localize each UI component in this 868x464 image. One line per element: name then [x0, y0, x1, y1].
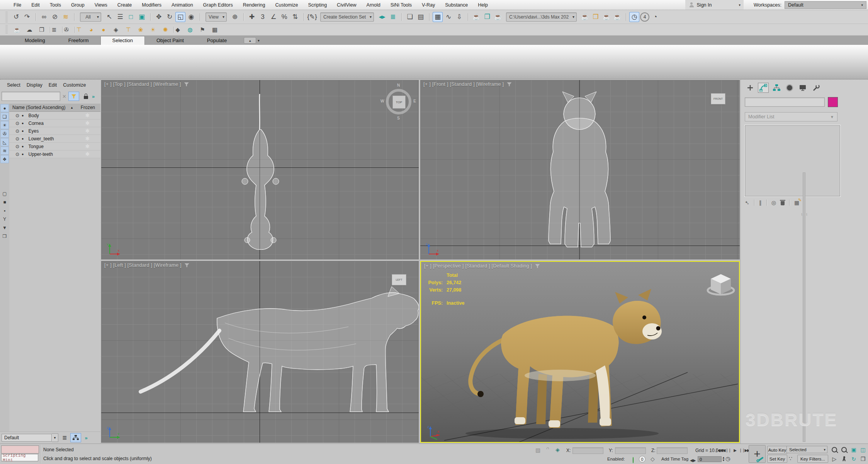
plane-light-icon[interactable]: ⊤: [74, 26, 83, 34]
undo-history-badge[interactable]: 4: [640, 12, 649, 22]
schematic-view-icon[interactable]: ⇩: [454, 12, 464, 22]
display-tab[interactable]: [797, 83, 808, 93]
list-header[interactable]: Name (Sorted Ascending) ▲ Frozen: [9, 104, 100, 112]
viewcube-compass[interactable]: TOP NE SW: [381, 84, 416, 119]
show-end-result-icon[interactable]: ∥: [759, 200, 762, 206]
funnel-icon[interactable]: [184, 82, 189, 86]
project-folder-dropdown[interactable]: C:\Users\davi...\3ds Max 202: [506, 12, 577, 22]
explorer-menu-item[interactable]: Customize: [60, 82, 89, 88]
menu-item[interactable]: Customize: [270, 0, 303, 10]
align-icon[interactable]: ≣: [388, 12, 398, 22]
workspace-dropdown[interactable]: Default ▾: [785, 1, 866, 9]
viewcube-face[interactable]: TOP: [392, 96, 406, 109]
rendered-frame-window-icon[interactable]: ❐: [482, 12, 492, 22]
curve-editor-icon[interactable]: ∿: [443, 12, 454, 22]
time-configuration-icon[interactable]: ◷: [725, 455, 730, 462]
zoom-all-icon[interactable]: [839, 445, 849, 454]
make-unique-icon[interactable]: ◎: [771, 200, 776, 206]
autosave-clock-icon[interactable]: ◷: [629, 12, 639, 22]
motion-tab[interactable]: [784, 83, 795, 93]
filter-bones-icon[interactable]: ▢: [0, 189, 9, 198]
play-button[interactable]: ▶: [731, 446, 739, 454]
frame-spinner[interactable]: ▲▼: [722, 456, 725, 462]
Modeling[interactable]: Modeling: [13, 36, 57, 45]
filter-helpers-icon[interactable]: ◺: [0, 138, 9, 146]
set-keys-button[interactable]: +: [749, 445, 766, 463]
transform-gizmo-icon[interactable]: ◈: [555, 447, 560, 453]
frozen-snowflake-icon[interactable]: ✻: [85, 151, 90, 157]
utilities-tab[interactable]: [810, 83, 821, 93]
frozen-snowflake-icon[interactable]: ✻: [85, 143, 90, 149]
use-pivot-point-icon[interactable]: ⊕: [230, 12, 240, 22]
auto-key-button[interactable]: Auto Key: [767, 446, 787, 454]
Freeform[interactable]: Freeform: [57, 36, 100, 45]
funnel-icon[interactable]: [185, 263, 189, 267]
render-setup-icon[interactable]: ☕: [471, 12, 481, 22]
select-and-link-icon[interactable]: ∞: [39, 12, 49, 22]
angle-snap-icon[interactable]: ∠: [268, 12, 279, 22]
funnel-icon[interactable]: [507, 82, 511, 86]
scripting-mini-box[interactable]: Scripting Mini: [1, 454, 38, 461]
z-coordinate-field[interactable]: [657, 447, 688, 454]
menu-item[interactable]: File: [8, 0, 26, 10]
menu-item[interactable]: Modifiers: [137, 0, 166, 10]
select-and-manipulate-icon[interactable]: ✚: [247, 12, 257, 22]
filter-lights-icon[interactable]: ☀: [0, 121, 9, 129]
pin-stack-icon[interactable]: ➴: [745, 200, 749, 206]
frozen-column-header[interactable]: Frozen: [81, 105, 95, 110]
ies-light-icon[interactable]: ⊤: [124, 26, 133, 34]
go-to-start-button[interactable]: ❘◀◀: [715, 446, 723, 454]
explorer-menu-item[interactable]: Select: [4, 82, 24, 88]
field-of-view-icon[interactable]: ▷: [830, 454, 839, 463]
object-list-row[interactable]: ⊙ ● Eyes ✻: [9, 127, 100, 135]
camera-icon[interactable]: ✇: [62, 26, 71, 34]
isolate-selection-icon[interactable]: ▧: [535, 447, 540, 453]
viewport-left[interactable]: [+ ] [Left ] [Standard ] [Wireframe ] LE…: [101, 261, 419, 443]
lock-explorer-button[interactable]: [81, 92, 92, 101]
object-list-row[interactable]: ⊙ ● Body ✻: [9, 112, 100, 119]
reference-coordinate-dropdown[interactable]: View: [206, 12, 227, 22]
ribbon-minimize-button[interactable]: ▴: [244, 37, 256, 44]
filter-plugins-icon[interactable]: ❖: [0, 155, 9, 163]
modifier-list-dropdown[interactable]: Modifier List ▼: [745, 112, 837, 121]
object-name-field[interactable]: [745, 97, 825, 107]
menu-item[interactable]: Views: [90, 0, 112, 10]
select-object-icon[interactable]: ↖: [104, 12, 114, 22]
hierarchy-view-button[interactable]: [70, 433, 81, 442]
filter-folder-icon[interactable]: ❒: [0, 232, 9, 240]
select-and-move-icon[interactable]: ✥: [154, 12, 164, 22]
viewport-label[interactable]: [+ ] [Top ] [Standard ] [Wireframe ]: [104, 82, 189, 87]
viewport-front[interactable]: [+ ] [Front ] [Standard ] [Wireframe ] F…: [420, 80, 740, 259]
visibility-eye-icon[interactable]: ⊙: [15, 113, 19, 118]
geosphere-icon[interactable]: ◈: [111, 26, 121, 34]
bind-to-space-warp-icon[interactable]: ≋: [61, 12, 71, 22]
filter-funnel-icon[interactable]: ▼: [0, 223, 9, 232]
next-frame-button[interactable]: ❘❘▶: [739, 446, 747, 454]
mirror-icon[interactable]: ◂▸: [377, 12, 387, 22]
viewport-label[interactable]: [+ ] [Left ] [Standard ] [Wireframe ]: [104, 263, 189, 268]
percent-snap-icon[interactable]: %: [279, 12, 289, 22]
overflow-chevrons[interactable]: »: [85, 435, 88, 441]
filter-ik-chains-icon[interactable]: Y: [0, 215, 9, 223]
layer-explorer-icon[interactable]: ▤: [416, 12, 426, 22]
Object Paint[interactable]: Object Paint: [145, 36, 195, 45]
material-editor-icon[interactable]: ▦: [433, 12, 443, 22]
sun-light-icon[interactable]: ☀: [148, 26, 158, 34]
frozen-snowflake-icon[interactable]: ✻: [85, 128, 90, 134]
frozen-snowflake-icon[interactable]: ✻: [85, 120, 90, 126]
named-selection-set-dropdown[interactable]: Create Selection Set: [320, 12, 374, 22]
cube-icon[interactable]: ❒: [37, 26, 46, 34]
key-filters-button[interactable]: Key Filters...: [797, 455, 828, 463]
menu-item[interactable]: Arnold: [362, 0, 386, 10]
open-folder-icon[interactable]: ❒: [591, 12, 601, 22]
filter-materials-icon[interactable]: ▪: [0, 206, 9, 215]
walk-through-icon[interactable]: [839, 454, 849, 463]
menu-item[interactable]: Group: [66, 0, 90, 10]
hierarchy-tab[interactable]: [771, 83, 782, 93]
select-and-scale-icon[interactable]: ◱: [175, 12, 185, 22]
menu-item[interactable]: Substance: [440, 0, 473, 10]
Selection[interactable]: Selection: [100, 36, 145, 45]
teapot-icon[interactable]: ☕: [12, 26, 22, 34]
maximize-viewport-icon[interactable]: ❒: [858, 454, 868, 463]
mesh-light-icon[interactable]: ❀: [136, 26, 145, 34]
